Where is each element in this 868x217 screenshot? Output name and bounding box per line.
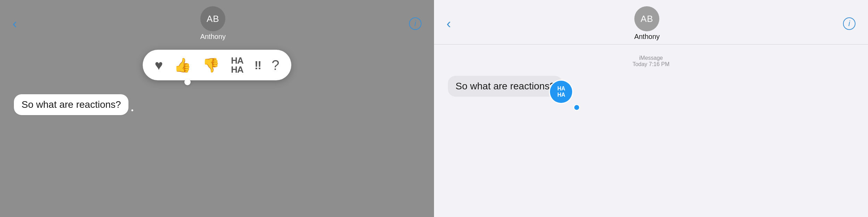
message-area-left: So what are reactions? [0,91,434,119]
right-messages: iMessage Today 7:16 PM So what are react… [434,45,868,217]
message-bubble-left: So what are reactions? [14,94,128,115]
left-header: ‹ AB Anthony i [0,0,434,44]
header-center-left: AB Anthony [200,6,226,41]
reaction-heart[interactable]: ♥ [155,57,163,73]
reaction-picker: ♥ 👍 👎 HAHA ‼ ? [143,50,291,80]
reaction-thumbsdown[interactable]: 👎 [202,57,220,73]
info-button-right[interactable]: i [843,17,856,30]
reaction-thumbsup[interactable]: 👍 [174,57,191,73]
avatar-left: AB [200,6,225,31]
timestamp: iMessage Today 7:16 PM [633,55,670,67]
haha-reaction-badge[interactable]: HA HA [550,81,572,103]
info-button-left[interactable]: i [409,17,422,30]
back-button-left[interactable]: ‹ [12,17,17,30]
contact-name-left: Anthony [200,33,226,41]
reaction-question[interactable]: ? [272,57,279,73]
contact-name-right: Anthony [634,33,660,41]
haha-reaction-dot [574,105,579,110]
right-header: ‹ AB Anthony i [434,0,868,45]
message-bubble-right: So what are reactions? HA HA [448,76,562,97]
header-center-right: AB Anthony [634,6,660,41]
avatar-right: AB [634,6,659,31]
reaction-haha[interactable]: HAHA [231,56,243,74]
message-row-right: So what are reactions? HA HA [448,76,854,97]
right-panel: ‹ AB Anthony i iMessage Today 7:16 PM So… [434,0,868,217]
left-panel: ‹ AB Anthony i ♥ 👍 👎 HAHA ‼ ? [0,0,434,217]
reaction-exclaim[interactable]: ‼ [254,58,261,72]
back-button-right[interactable]: ‹ [446,17,451,30]
